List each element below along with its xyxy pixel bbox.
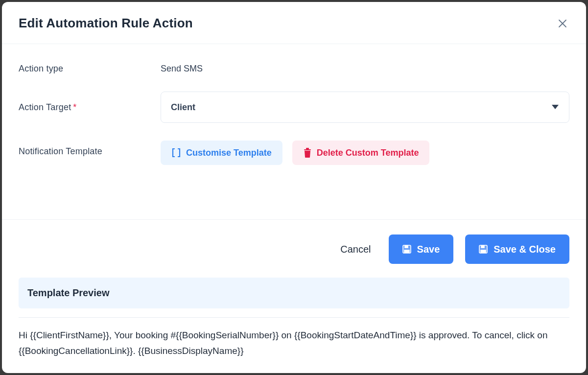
- save-icon: [402, 245, 411, 254]
- edit-automation-modal: Edit Automation Rule Action Action type …: [2, 2, 586, 373]
- required-asterisk: *: [73, 102, 76, 112]
- row-action-target: Action Target* Client: [19, 92, 569, 123]
- save-close-button[interactable]: Save & Close: [465, 234, 569, 264]
- modal-body: Action type Send SMS Action Target* Clie…: [2, 44, 586, 219]
- svg-rect-10: [481, 246, 484, 248]
- preview-divider: [19, 317, 569, 318]
- close-button[interactable]: [556, 17, 569, 30]
- action-target-selected: Client: [171, 102, 195, 113]
- modal-title: Edit Automation Rule Action: [19, 16, 193, 31]
- svg-rect-4: [306, 148, 309, 149]
- save-close-label: Save & Close: [494, 244, 556, 255]
- svg-rect-6: [404, 250, 409, 253]
- cancel-button[interactable]: Cancel: [334, 237, 376, 261]
- save-icon: [479, 245, 488, 254]
- close-icon: [558, 19, 567, 28]
- action-target-select-wrap: Client: [161, 92, 569, 123]
- template-preview-section: Template Preview Hi {{ClientFirstName}},…: [2, 278, 586, 373]
- action-type-value: Send SMS: [161, 64, 203, 74]
- trash-icon: [303, 148, 312, 158]
- customise-template-button[interactable]: Customise Template: [161, 141, 282, 165]
- template-button-group: Customise Template Delete Custom Templat…: [161, 141, 429, 165]
- modal-footer: Cancel Save Save & Close: [2, 219, 586, 278]
- action-target-select[interactable]: Client: [161, 92, 569, 123]
- delete-template-button[interactable]: Delete Custom Template: [292, 141, 430, 165]
- template-preview-body: Hi {{ClientFirstName}}, Your booking #{{…: [19, 328, 569, 358]
- customise-template-label: Customise Template: [186, 148, 272, 158]
- notification-template-label: Notification Template: [19, 141, 161, 157]
- row-notification-template: Notification Template Customise Template: [19, 141, 569, 165]
- save-label: Save: [417, 244, 440, 255]
- brackets-icon: [171, 148, 181, 157]
- modal-header: Edit Automation Rule Action: [2, 2, 586, 44]
- delete-template-label: Delete Custom Template: [317, 148, 419, 158]
- svg-rect-3: [304, 149, 311, 150]
- row-action-type: Action type Send SMS: [19, 64, 569, 74]
- save-button[interactable]: Save: [389, 234, 454, 264]
- svg-rect-7: [405, 246, 408, 248]
- template-preview-heading: Template Preview: [19, 278, 569, 308]
- action-target-label: Action Target*: [19, 102, 161, 113]
- action-type-label: Action type: [19, 64, 161, 74]
- svg-rect-9: [481, 250, 486, 253]
